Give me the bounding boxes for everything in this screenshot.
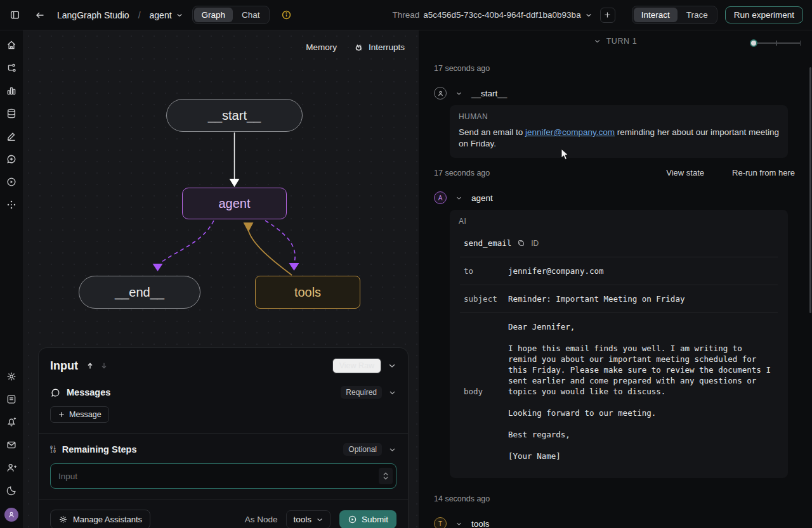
pencil-icon[interactable]	[6, 131, 17, 142]
node-end-label: __end__	[115, 285, 164, 300]
speech-bubble-icon	[50, 387, 61, 398]
as-node-label: As Node	[245, 515, 278, 524]
start-timestamp: 17 seconds ago	[434, 64, 795, 73]
collapse-down-icon[interactable]	[100, 361, 108, 370]
agent-event-label[interactable]: agent	[471, 193, 493, 203]
agent-event-row: A agent	[434, 191, 795, 204]
interrupts-button[interactable]: Interrupts	[353, 42, 405, 53]
ai-role-label: AI	[459, 217, 779, 226]
bar-chart-icon[interactable]	[6, 85, 17, 96]
add-message-label: Message	[69, 410, 102, 419]
graph-canvas[interactable]: Memory Interrupts __start__ agent __end_…	[23, 30, 419, 528]
view-raw-button[interactable]: View Raw	[332, 358, 381, 373]
as-node-select[interactable]: tools	[286, 510, 331, 528]
start-event-row: __start__	[434, 87, 795, 100]
tools-event-row: T tools	[434, 517, 795, 528]
thread-id: a5c456d5-73cc-40b4-964f-ddf1ba0b93ba	[423, 10, 580, 20]
tool-id-badge: ID	[531, 239, 539, 248]
tool-name: send_email	[464, 238, 511, 248]
moon-icon[interactable]	[6, 485, 17, 496]
input-panel-title: Input	[50, 359, 78, 373]
tool-field-row: subject Reminder: Important Meeting on F…	[460, 285, 778, 313]
play-circle-icon	[348, 515, 357, 524]
run-experiment-button[interactable]: Run experiment	[725, 6, 803, 23]
slider-thumb[interactable]	[750, 39, 757, 47]
person-icon	[8, 511, 15, 518]
field-key: to	[464, 266, 508, 276]
tab-trace[interactable]: Trace	[679, 8, 716, 22]
start-event-label[interactable]: __start__	[471, 89, 507, 98]
field-key: body	[464, 387, 508, 396]
tool-field-row: body Dear Jennifer, I hope this email fi…	[460, 313, 778, 470]
messages-requirement-badge[interactable]: Required	[341, 386, 382, 399]
info-icon[interactable]	[278, 7, 295, 23]
tab-graph[interactable]: Graph	[194, 8, 233, 22]
gear-icon[interactable]	[6, 371, 17, 382]
graph-selector[interactable]: agent	[150, 10, 183, 20]
new-thread-button[interactable]	[600, 8, 615, 23]
play-circle-icon[interactable]	[6, 176, 17, 188]
number-stepper[interactable]	[379, 468, 393, 484]
submit-label: Submit	[362, 515, 388, 524]
tab-interact[interactable]: Interact	[634, 8, 678, 22]
rerun-button[interactable]: Re-run from here	[732, 168, 795, 177]
graph-node-start[interactable]: __start__	[166, 99, 303, 132]
messages-label: Messages	[67, 387, 110, 397]
panel-left-icon[interactable]	[6, 7, 23, 23]
mail-icon[interactable]	[6, 439, 17, 451]
field-value: jennifer@company.com	[508, 266, 774, 276]
turn-toggle[interactable]: TURN 1	[594, 37, 638, 46]
node-agent-label: agent	[218, 196, 250, 211]
vertical-scrollbar[interactable]	[809, 67, 811, 313]
field-value: Reminder: Important Meeting on Friday	[508, 293, 774, 304]
input-collapse-chevron[interactable]	[388, 361, 396, 370]
graph-node-agent[interactable]: agent	[182, 188, 287, 219]
turn-label: TURN 1	[606, 37, 638, 46]
graph-node-tools[interactable]: tools	[255, 276, 360, 309]
copy-icon[interactable]	[517, 239, 525, 247]
thread-selector[interactable]: Thread a5c456d5-73cc-40b4-964f-ddf1ba0b9…	[392, 10, 592, 20]
note-icon[interactable]	[6, 394, 17, 405]
bell-plus-icon[interactable]	[6, 416, 17, 428]
add-message-button[interactable]: Message	[50, 406, 109, 423]
remaining-steps-chevron[interactable]	[388, 446, 396, 454]
remaining-steps-requirement-badge[interactable]: Optional	[343, 443, 382, 456]
back-button[interactable]	[32, 7, 48, 23]
interrupts-label: Interrupts	[369, 42, 405, 52]
tools-event-chevron[interactable]	[455, 520, 462, 527]
manage-assistants-button[interactable]: Manage Assistants	[50, 510, 150, 528]
view-state-button[interactable]: View state	[666, 168, 704, 177]
tools-timestamp: 14 seconds ago	[434, 494, 795, 503]
turn-slider[interactable]	[751, 41, 801, 46]
graph-node-end[interactable]: __end__	[79, 276, 200, 309]
database-icon[interactable]	[6, 108, 17, 119]
tools-event-label[interactable]: tools	[471, 519, 490, 528]
submit-button[interactable]: Submit	[339, 510, 396, 528]
workflow-icon[interactable]	[6, 62, 17, 74]
mode-tabgroup: Interact Trace	[632, 6, 717, 24]
remaining-steps-input[interactable]	[50, 463, 396, 489]
bug-icon	[353, 42, 364, 53]
agent-event-chevron[interactable]	[455, 195, 462, 202]
tab-chat[interactable]: Chat	[234, 8, 268, 22]
actions-row: 17 seconds ago View state Re-run from he…	[434, 168, 795, 177]
user-plus-icon[interactable]	[6, 462, 17, 473]
person-icon	[437, 90, 444, 97]
email-link[interactable]: jennifer@company.com	[525, 127, 615, 137]
binary-icon: 01 10	[50, 446, 56, 454]
comment-plus-icon[interactable]	[6, 153, 17, 165]
collapse-up-icon[interactable]	[86, 361, 95, 370]
user-avatar[interactable]	[4, 508, 18, 522]
human-message-card: HUMAN Send an email to jennifer@company.…	[450, 105, 788, 158]
input-panel: Input View Raw Messages Required Message…	[38, 347, 409, 528]
chevron-down-icon	[388, 446, 396, 454]
start-event-chevron[interactable]	[455, 90, 462, 97]
chevron-down-icon	[594, 37, 601, 45]
chevron-down-icon	[388, 361, 396, 370]
memory-button[interactable]: Memory	[306, 42, 337, 52]
message-text-before: Send an email to	[459, 127, 525, 137]
home-icon[interactable]	[6, 39, 17, 51]
messages-chevron[interactable]	[388, 389, 396, 397]
human-avatar	[434, 87, 447, 100]
sparkle-icon[interactable]	[6, 199, 17, 210]
